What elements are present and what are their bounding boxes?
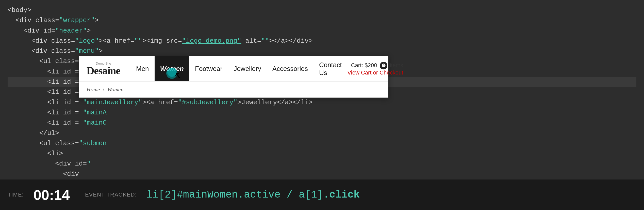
checkout-link[interactable]: Checkout (379, 69, 403, 76)
nav-item-footwear[interactable]: Footwear (189, 56, 228, 81)
code-line-15: <li> (8, 148, 636, 159)
status-bar: TIME: 00:14 EVENT TRACKED: li[2]#mainWom… (0, 179, 644, 210)
cart-summary: Cart: $200 ❸ items (348, 62, 403, 69)
nav-item-men[interactable]: Men (130, 56, 155, 81)
code-line-4: <div class="logo"><a href=""><img src="l… (8, 36, 636, 46)
cart-items-label: items (390, 62, 403, 68)
code-editor: <body> <div class="wrapper"> <div id="he… (0, 0, 644, 179)
code-line-1: <body> (8, 5, 636, 15)
nav-item-contact[interactable]: Contact Us (313, 56, 348, 81)
nav-bar: Demo Site Desaine Men Women ↖ Footwear J… (79, 56, 388, 82)
code-line-17: <div (8, 169, 636, 179)
breadcrumb-current: Women (107, 86, 124, 93)
code-line-10: <li id = "mainJewellery"><a href="#subJe… (8, 97, 636, 108)
cart-area: Cart: $200 ❸ items View Cart or Checkout (348, 62, 403, 76)
view-cart-link[interactable]: View Cart (348, 69, 372, 76)
code-line-16: <div id=" (8, 159, 636, 169)
breadcrumb-separator: / (103, 86, 104, 93)
nav-links: Men Women ↖ Footwear Jewellery Accessori… (130, 56, 348, 81)
logo-area: Demo Site Desaine (87, 62, 120, 76)
breadcrumb: Home / Women (79, 82, 388, 97)
nav-item-women[interactable]: Women ↖ (155, 56, 189, 81)
code-line-5: <div class="menu"> (8, 46, 636, 56)
code-line-18: <h3>s (8, 179, 636, 179)
code-line-3: <div id="header"> (8, 26, 636, 36)
cart-or-text: or (373, 69, 380, 76)
code-line-12: <li id = "mainC (8, 118, 636, 128)
breadcrumb-home[interactable]: Home (87, 86, 100, 93)
brand-name: Desaine (87, 65, 120, 77)
cart-actions: View Cart or Checkout (348, 69, 403, 76)
code-line-14: <ul class="submen (8, 138, 636, 148)
nav-item-jewellery[interactable]: Jewellery (228, 56, 267, 81)
cart-label: Cart: $200 (351, 62, 377, 68)
code-line-11: <li id = "mainA (8, 108, 636, 118)
time-label: TIME: (8, 191, 24, 198)
event-text: li[2]#mainWomen.active / a[1]. (146, 189, 329, 201)
code-line-2: <div class="wrapper"> (8, 15, 636, 25)
time-value: 00:14 (34, 187, 70, 203)
code-line-13: </ul> (8, 128, 636, 138)
nav-item-accessories[interactable]: Accessories (267, 56, 313, 81)
event-value: li[2]#mainWomen.active / a[1].click (146, 189, 360, 201)
nav-women-label: Women (160, 65, 184, 73)
cart-badge: ❸ (380, 62, 387, 69)
event-label: EVENT TRACKED: (85, 191, 137, 198)
preview-overlay: Demo Site Desaine Men Women ↖ Footwear J… (79, 56, 388, 98)
event-click: click (329, 189, 360, 201)
